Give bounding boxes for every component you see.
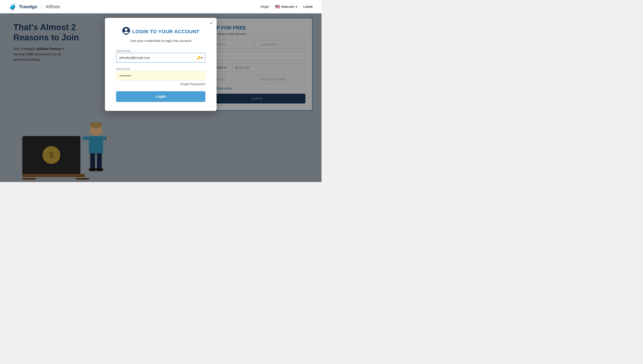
password-input[interactable]	[116, 71, 205, 80]
modal-header: LOGIN TO YOUR ACCOUNT	[116, 27, 205, 36]
nav-faqs[interactable]: FAQS	[260, 5, 269, 8]
username-input[interactable]	[116, 53, 205, 62]
password-label: Password	[116, 67, 130, 71]
login-button[interactable]: Login	[116, 91, 205, 102]
brand-name: Travelgo	[19, 4, 37, 9]
modal-title: LOGIN TO YOUR ACCOUNT	[132, 29, 200, 34]
login-modal: × LOGIN TO YOUR ACCOUNT Use your credent…	[105, 18, 217, 111]
chevron-down-icon: ▾	[295, 5, 297, 8]
username-wrapper: 🔑▾	[116, 53, 205, 62]
navbar: 🧳 Travelgo | Affiliate FAQS 🇺🇸 ENGLISH ▾…	[0, 0, 322, 14]
brand-logo[interactable]: 🧳 Travelgo | Affiliate	[9, 3, 60, 10]
flag-icon: 🇺🇸	[275, 4, 280, 9]
logo-icon: 🧳	[9, 3, 17, 10]
page-background: That's Almost 2 Reasons to Join Join Tra…	[0, 14, 322, 182]
nav-english-label: ENGLISH	[281, 5, 294, 8]
forget-password-link[interactable]: Forget Password?	[116, 82, 205, 86]
modal-subtitle: Use your credentials to login into accou…	[116, 39, 205, 42]
nav-login[interactable]: LOGIN	[303, 5, 312, 8]
logo-separator: |	[41, 4, 42, 9]
nav-right: FAQS 🇺🇸 ENGLISH ▾ LOGIN	[260, 4, 312, 9]
autofill-icon: 🔑▾	[196, 56, 203, 60]
modal-overlay[interactable]: × LOGIN TO YOUR ACCOUNT Use your credent…	[0, 14, 322, 182]
username-label: Username	[116, 49, 131, 53]
svg-point-13	[125, 28, 128, 31]
nav-language[interactable]: 🇺🇸 ENGLISH ▾	[275, 4, 297, 9]
modal-close-button[interactable]: ×	[210, 21, 213, 26]
brand-affiliate: Affiliate	[46, 4, 60, 9]
user-circle-icon	[122, 27, 130, 36]
